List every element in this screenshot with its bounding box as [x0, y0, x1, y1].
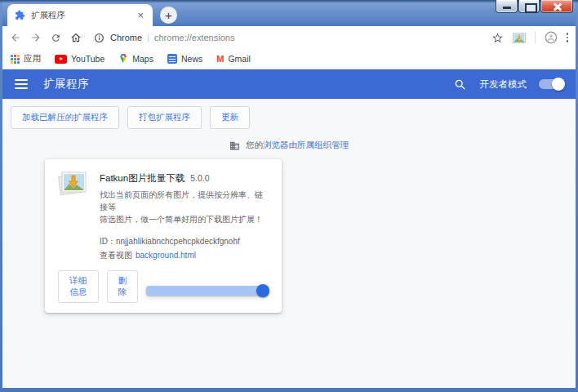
minimize-button[interactable] — [496, 0, 518, 13]
managed-notice: 您的 浏览器由所属组织管理 — [2, 140, 576, 151]
pack-extension-button[interactable]: 打包扩展程序 — [127, 106, 202, 129]
address-bar[interactable]: Chrome | chrome://extensions — [94, 33, 482, 43]
load-unpacked-button[interactable]: 加载已解压的扩展程序 — [11, 106, 119, 129]
browser-menu-icon[interactable] — [567, 32, 569, 43]
inspect-views-label: 查看视图 — [100, 251, 132, 260]
browser-tab[interactable]: 扩展程序 × — [7, 4, 153, 26]
extension-id-value: nnjjahlikiabnchcpehcpkdeckfgnohf — [116, 237, 240, 246]
home-icon[interactable] — [70, 32, 82, 43]
extension-id-line: ID：nnjjahlikiabnchcpehcpkdeckfgnohf — [100, 236, 269, 247]
browser-client-area: Chrome | chrome://extensions — [2, 26, 576, 388]
url-site-label: Chrome — [110, 33, 142, 42]
extension-description: 找出当前页面的所有图片，提供按分辨率、链接等 筛选图片，做一个简单好用的下载图片… — [100, 189, 269, 225]
actions-row: 加载已解压的扩展程序 打包扩展程序 更新 — [2, 99, 576, 129]
extension-card-main: Fatkun图片批量下载5.0.0 找出当前页面的所有图片，提供按分辨率、链接等… — [45, 159, 282, 261]
bookmark-label: News — [181, 54, 202, 64]
extension-id-label: ID： — [100, 237, 116, 246]
tab-close-icon[interactable]: × — [136, 10, 145, 20]
bookmark-label: 应用 — [24, 53, 41, 65]
extension-card: Fatkun图片批量下载5.0.0 找出当前页面的所有图片，提供按分辨率、链接等… — [45, 159, 282, 313]
fatkun-toolbar-extension-icon[interactable] — [513, 33, 526, 43]
managed-notice-link[interactable]: 浏览器由所属组织管理 — [263, 140, 349, 151]
developer-mode-label: 开发者模式 — [480, 78, 527, 91]
bookmark-label: Maps — [132, 54, 153, 64]
apps-grid-icon — [11, 55, 20, 64]
news-icon — [167, 54, 177, 64]
header-right: 开发者模式 — [454, 78, 564, 91]
organization-building-icon — [229, 140, 240, 151]
close-window-button[interactable] — [540, 0, 573, 13]
maps-pin-icon — [118, 53, 128, 65]
managed-notice-prefix: 您的 — [246, 140, 263, 151]
extensions-page-header: 扩展程序 开发者模式 — [2, 69, 576, 99]
extension-version: 5.0.0 — [190, 173, 209, 183]
page-title: 扩展程序 — [43, 77, 89, 91]
fatkun-extension-icon — [58, 170, 87, 261]
extension-card-footer: 详细信息 删除 — [45, 261, 282, 313]
extension-card-text: Fatkun图片批量下载5.0.0 找出当前页面的所有图片，提供按分辨率、链接等… — [100, 170, 269, 261]
reload-icon[interactable] — [51, 33, 61, 43]
tab-strip: 扩展程序 × + — [2, 0, 576, 26]
forward-icon[interactable] — [30, 32, 42, 43]
search-icon[interactable] — [454, 78, 466, 91]
back-icon[interactable] — [10, 32, 21, 43]
toolbar-divider — [535, 32, 536, 43]
gmail-m-icon: M — [216, 54, 224, 64]
inspect-views-line: 查看视图background.html — [100, 250, 269, 261]
remove-button[interactable]: 删除 — [107, 270, 139, 303]
bookmark-maps[interactable]: Maps — [118, 53, 153, 65]
bookmark-apps[interactable]: 应用 — [11, 53, 41, 65]
browser-toolbar: Chrome | chrome://extensions — [2, 26, 576, 49]
url-path: chrome://extensions — [154, 33, 234, 42]
extension-title-row: Fatkun图片批量下载5.0.0 — [100, 170, 269, 185]
new-tab-button[interactable]: + — [160, 7, 177, 24]
bookmark-news[interactable]: News — [167, 54, 202, 64]
extension-puzzle-favicon-icon — [15, 10, 25, 20]
hamburger-menu-icon[interactable] — [15, 78, 28, 91]
tab-title: 扩展程序 — [31, 10, 136, 21]
background-page-link[interactable]: background.html — [136, 251, 196, 260]
bookmark-youtube[interactable]: YouTube — [55, 54, 104, 64]
bookmark-label: YouTube — [71, 54, 104, 64]
youtube-icon — [55, 55, 67, 64]
extension-enabled-toggle[interactable] — [146, 286, 269, 296]
window-controls — [495, 0, 573, 13]
extension-name: Fatkun图片批量下载 — [100, 173, 185, 183]
developer-mode-toggle[interactable] — [539, 79, 563, 89]
maximize-button[interactable] — [518, 0, 540, 13]
bookmark-star-icon[interactable] — [491, 32, 504, 44]
url-separator: | — [147, 33, 149, 42]
details-button[interactable]: 详细信息 — [58, 270, 99, 303]
profile-avatar-icon[interactable] — [545, 31, 558, 44]
extensions-content: 加载已解压的扩展程序 打包扩展程序 更新 您的 浏览器由所属组织管理 — [2, 99, 576, 388]
update-button[interactable]: 更新 — [210, 106, 250, 129]
bookmark-gmail[interactable]: M Gmail — [216, 54, 251, 64]
description-line: 找出当前页面的所有图片，提供按分辨率、链接等 — [100, 189, 269, 213]
description-line: 筛选图片，做一个简单好用的下载图片扩展！ — [100, 213, 269, 225]
bookmark-label: Gmail — [228, 54, 250, 64]
site-info-icon[interactable] — [94, 33, 104, 43]
toolbar-right — [482, 31, 569, 44]
bookmarks-bar: 应用 YouTube Maps News M Gmail — [2, 49, 576, 69]
